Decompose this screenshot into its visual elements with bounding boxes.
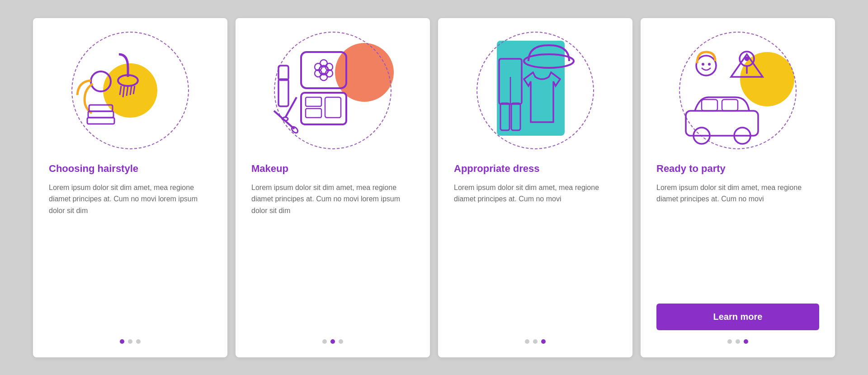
svg-line-1 — [120, 86, 121, 95]
card-party: Ready to party Lorem ipsum dolor sit dim… — [641, 18, 835, 357]
dot-3-2 — [533, 339, 538, 344]
travel-svg — [672, 38, 772, 147]
dot-1-3 — [136, 339, 141, 344]
dot-4-active — [744, 339, 748, 344]
svg-rect-23 — [278, 66, 288, 80]
makeup-svg — [260, 38, 355, 138]
svg-point-37 — [708, 63, 711, 66]
svg-line-2 — [123, 86, 124, 97]
svg-rect-39 — [702, 100, 717, 111]
svg-rect-21 — [325, 97, 341, 118]
dot-2-3 — [339, 339, 343, 344]
svg-rect-22 — [278, 79, 288, 106]
dot-3-1 — [525, 339, 529, 344]
card-2-content: Makeup Lorem ipsum dolor sit dim amet, m… — [236, 163, 430, 344]
dot-4-1 — [727, 339, 732, 344]
card-2-illustration — [236, 18, 430, 163]
card-1-illustration — [33, 18, 227, 163]
card-4-content: Ready to party Lorem ipsum dolor sit dim… — [641, 163, 835, 344]
card-4-dots — [656, 339, 819, 344]
svg-line-26 — [274, 111, 294, 129]
card-3-title: Appropriate dress — [454, 163, 617, 175]
svg-line-3 — [127, 86, 128, 96]
card-2-title: Makeup — [251, 163, 414, 175]
svg-rect-9 — [89, 105, 113, 111]
shower-svg — [65, 41, 155, 140]
dress-svg — [474, 36, 578, 158]
card-3-body: Lorem ipsum dolor sit dim amet, mea regi… — [454, 182, 617, 330]
svg-rect-7 — [87, 118, 114, 124]
card-makeup: Makeup Lorem ipsum dolor sit dim amet, m… — [236, 18, 430, 357]
dot-2-active — [330, 339, 335, 344]
svg-rect-38 — [686, 111, 758, 136]
svg-rect-32 — [511, 103, 520, 130]
svg-line-4 — [130, 86, 132, 95]
card-4-body: Lorem ipsum dolor sit dim amet, mea regi… — [656, 182, 819, 293]
svg-rect-40 — [722, 100, 738, 111]
card-1-title: Choosing hairstyle — [49, 163, 212, 175]
dot-4-2 — [736, 339, 740, 344]
card-4-title: Ready to party — [656, 163, 819, 175]
dot-2-1 — [322, 339, 327, 344]
card-dress: Appropriate dress Lorem ipsum dolor sit … — [438, 18, 632, 357]
card-1-content: Choosing hairstyle Lorem ipsum dolor sit… — [33, 163, 227, 344]
svg-point-27 — [291, 125, 299, 133]
card-3-illustration — [438, 18, 632, 163]
cards-container: Choosing hairstyle Lorem ipsum dolor sit… — [19, 5, 849, 371]
card-1-dots — [49, 339, 212, 344]
card-4-button-wrapper: Learn more — [656, 299, 819, 330]
dot-3-active — [541, 339, 546, 344]
card-1-body: Lorem ipsum dolor sit dim amet, mea regi… — [49, 182, 212, 330]
card-3-dots — [454, 339, 617, 344]
svg-point-6 — [91, 71, 111, 91]
learn-more-button[interactable]: Learn more — [656, 304, 819, 330]
card-2-body: Lorem ipsum dolor sit dim amet, mea regi… — [251, 182, 414, 330]
svg-line-24 — [285, 97, 297, 118]
card-3-content: Appropriate dress Lorem ipsum dolor sit … — [438, 163, 632, 344]
svg-rect-31 — [500, 103, 509, 130]
svg-rect-20 — [306, 109, 321, 118]
svg-line-5 — [133, 86, 135, 94]
svg-rect-19 — [306, 97, 321, 106]
card-hairstyle: Choosing hairstyle Lorem ipsum dolor sit… — [33, 18, 227, 357]
svg-point-28 — [524, 54, 574, 68]
card-2-dots — [251, 339, 414, 344]
svg-rect-10 — [301, 52, 346, 88]
svg-point-35 — [696, 56, 716, 76]
dot-1-2 — [128, 339, 132, 344]
svg-point-36 — [702, 63, 704, 66]
dot-1-active — [120, 339, 124, 344]
card-4-illustration — [641, 18, 835, 163]
